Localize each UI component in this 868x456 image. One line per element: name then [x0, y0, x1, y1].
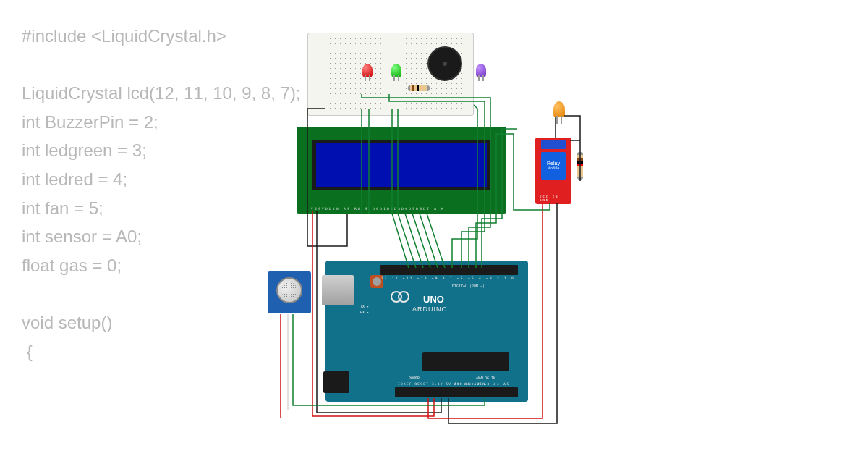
tx-label: TX — [360, 304, 365, 308]
code-line: { — [22, 342, 33, 361]
digital-section-label: DIGITAL (PWM ~) — [452, 284, 485, 288]
digital-pin-labels: 13 12 ~11 ~10 ~9 8 7 ~6 ~5 4 ~3 2 1 0 — [381, 276, 515, 280]
arduino-uno: UNO ARDUINO TX ▸ RX ▸ DIGITAL (PWM ~) 13… — [326, 261, 528, 402]
atmega-chip-icon — [422, 352, 509, 371]
orange-led-icon — [553, 101, 565, 117]
gas-sensor-mesh — [281, 282, 297, 298]
lcd-screen — [312, 140, 490, 190]
code-line: int fan = 5; — [22, 198, 103, 218]
resistor-icon — [408, 85, 430, 91]
code-line: LiquidCrystal lcd(12, 11, 10, 9, 8, 7); — [22, 83, 301, 103]
code-line: void setup() — [22, 313, 112, 332]
lcd-pin-labels: VSSVDDV0 RS RW E D0D1D2D3D4D5D6D7 A K — [311, 207, 445, 211]
code-line: int ledgreen = 3; — [22, 140, 147, 160]
gas-sensor — [268, 271, 311, 313]
code-line: #include <LiquidCrystal.h> — [22, 26, 226, 46]
arduino-brand-label: ARDUINO — [412, 305, 448, 313]
circuit-diagram: VSSVDDV0 RS RW E D0D1D2D3D4D5D6D7 A K Re… — [268, 22, 629, 434]
code-line: int ledred = 4; — [22, 169, 127, 189]
relay-label: Relay — [541, 161, 566, 166]
resistor-external-icon — [577, 152, 583, 180]
breadboard — [307, 33, 474, 116]
code-line: float gas = 0; — [22, 256, 122, 275]
code-background: #include <LiquidCrystal.h> LiquidCrystal… — [22, 22, 301, 366]
gas-sensor-cap-icon — [276, 277, 302, 303]
code-line: int BuzzerPin = 2; — [22, 112, 158, 132]
arduino-model-label: UNO — [423, 294, 444, 305]
lcd-module: VSSVDDV0 RS RW E D0D1D2D3D4D5D6D7 A K — [297, 127, 506, 214]
tx-rx-labels: TX ▸ RX ▸ — [360, 304, 369, 315]
breadboard-rail-bottom — [312, 101, 469, 112]
analog-section-label: ANALOG IN — [476, 376, 495, 380]
code-line: int sensor = A0; — [22, 227, 142, 246]
digital-pin-header — [380, 265, 518, 275]
power-analog-pin-header — [395, 387, 518, 397]
usb-port-icon — [322, 275, 354, 305]
rx-label: RX — [360, 310, 365, 314]
relay-module: Relay Module VCC IN GND — [535, 138, 571, 204]
analog-pin-labels: A0 A1 A2 A3 A4 A5 — [454, 382, 510, 386]
buzzer-icon — [427, 46, 462, 81]
relay-pins: VCC IN GND — [540, 195, 571, 202]
purple-led-icon — [476, 64, 486, 77]
relay-sublabel: Module — [541, 166, 566, 170]
red-led-icon — [362, 64, 373, 77]
relay-terminal-block — [541, 140, 566, 149]
power-section-label: POWER — [409, 376, 420, 380]
arduino-logo-icon — [391, 291, 409, 301]
green-led-icon — [391, 64, 401, 77]
power-jack-icon — [323, 371, 349, 393]
relay-coil-block: Relay Module — [541, 152, 566, 180]
